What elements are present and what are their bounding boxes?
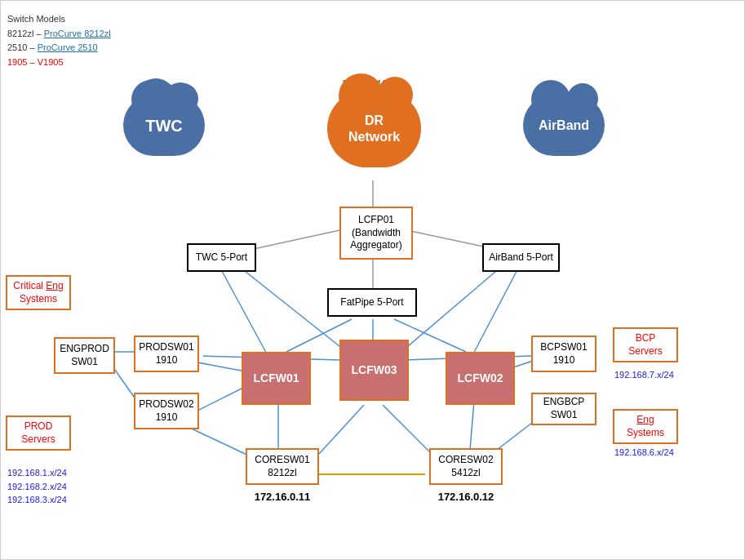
svg-line-13 <box>319 405 364 454</box>
engbcp-sw01-box: ENGBCP SW01 <box>531 393 596 425</box>
airband-5port-box: AirBand 5-Port <box>482 243 560 272</box>
lcfw02-label: LCFW02 <box>458 371 503 385</box>
prodsw02-box: PRODSW02 1910 <box>134 393 199 429</box>
svg-line-9 <box>470 262 521 360</box>
twc-5port-label: TWC 5-Port <box>196 251 247 264</box>
link-procurve-2510[interactable]: ProCurve 2510 <box>38 42 98 52</box>
coresw02-box: CORESW02 5412zl <box>429 448 503 485</box>
airband-5port-label: AirBand 5-Port <box>489 251 553 264</box>
bcpsw01-box: BCPSW01 1910 <box>531 336 596 372</box>
bcp-ip: 192.168.7.x/24 <box>614 368 674 382</box>
lcfp01-label: LCFP01 (Bandwidth Aggregator) <box>350 214 401 252</box>
critical-eng-systems-label: Critical Eng Systems <box>6 275 71 310</box>
prodsw01-label: PRODSW01 1910 <box>139 341 193 367</box>
eng-systems-text: Eng Systems <box>627 414 664 438</box>
diagram-container: Switch Models 8212zl – ProCurve 8212zl 2… <box>0 0 745 560</box>
prod-ip-3: 192.168.3.x/24 <box>7 493 67 507</box>
prod-ip-1: 192.168.1.x/24 <box>7 466 67 480</box>
dr-cloud: 192.168.11.x/24 DRNetwork <box>327 78 421 167</box>
prod-ips: 192.168.1.x/24 192.168.2.x/24 192.168.3.… <box>7 466 67 507</box>
lcfw03-label: LCFW03 <box>352 362 397 377</box>
lcfw01-box: LCFW01 <box>242 352 311 405</box>
airband-cloud: AirBand <box>523 95 605 156</box>
svg-line-7 <box>217 262 270 360</box>
fatpipe-box: FatPipe 5-Port <box>327 288 417 317</box>
eng-ip: 192.168.6.x/24 <box>614 446 674 460</box>
lcfw01-label: LCFW01 <box>254 371 299 385</box>
engprod-sw01-label: ENGPROD SW01 <box>60 343 109 368</box>
twc-label: TWC <box>145 116 183 136</box>
engprod-sw01-box: ENGPROD SW01 <box>54 337 115 374</box>
legend-item-2: 2510 – ProCurve 2510 <box>7 41 111 56</box>
coresw02-ip: 172.16.0.12 <box>425 491 507 503</box>
prod-ip-2: 192.168.2.x/24 <box>7 480 67 494</box>
engbcp-sw01-label: ENGBCP SW01 <box>543 396 585 421</box>
twc-cloud: TWC <box>123 95 205 156</box>
prod-servers-label: PRODServers <box>6 416 71 451</box>
fatpipe-label: FatPipe 5-Port <box>340 296 403 309</box>
lcfw03-box: LCFW03 <box>339 340 409 401</box>
lcfp01-box: LCFP01 (Bandwidth Aggregator) <box>339 207 413 260</box>
legend-item-1: 8212zl – ProCurve 8212zl <box>7 27 111 42</box>
critical-eng-text: Critical Eng Systems <box>13 280 63 304</box>
prodsw01-box: PRODSW01 1910 <box>134 336 199 372</box>
prodsw02-label: PRODSW02 1910 <box>139 398 193 424</box>
lcfw02-box: LCFW02 <box>446 352 515 405</box>
legend-title: Switch Models <box>7 12 111 27</box>
bcp-servers-text: BCP Servers <box>628 332 662 357</box>
svg-line-14 <box>383 405 432 454</box>
bcp-servers-label: BCP Servers <box>613 327 678 362</box>
link-procurve-8212[interactable]: ProCurve 8212zl <box>44 29 111 38</box>
bcp-ip-val: 192.168.7.x/24 <box>614 368 674 382</box>
eng-systems-label: Eng Systems <box>613 409 678 444</box>
legend-item-3: 1905 – V1905 <box>7 56 111 70</box>
dr-label: DRNetwork <box>348 113 400 144</box>
svg-line-19 <box>184 425 254 458</box>
coresw01-ip: 172.16.0.11 <box>242 491 323 503</box>
coresw01-label: CORESW01 8212zl <box>255 454 309 479</box>
prod-servers-text: PRODServers <box>21 420 55 445</box>
legend: Switch Models 8212zl – ProCurve 8212zl 2… <box>7 12 111 69</box>
coresw01-box: CORESW01 8212zl <box>246 448 319 485</box>
airband-label: AirBand <box>539 118 589 133</box>
bcpsw01-label: BCPSW01 1910 <box>540 341 587 367</box>
svg-line-12 <box>470 401 474 450</box>
svg-line-1 <box>250 229 344 250</box>
twc-5port-box: TWC 5-Port <box>187 243 256 272</box>
eng-ip-val: 192.168.6.x/24 <box>614 446 674 460</box>
coresw02-label: CORESW02 5412zl <box>438 454 493 479</box>
